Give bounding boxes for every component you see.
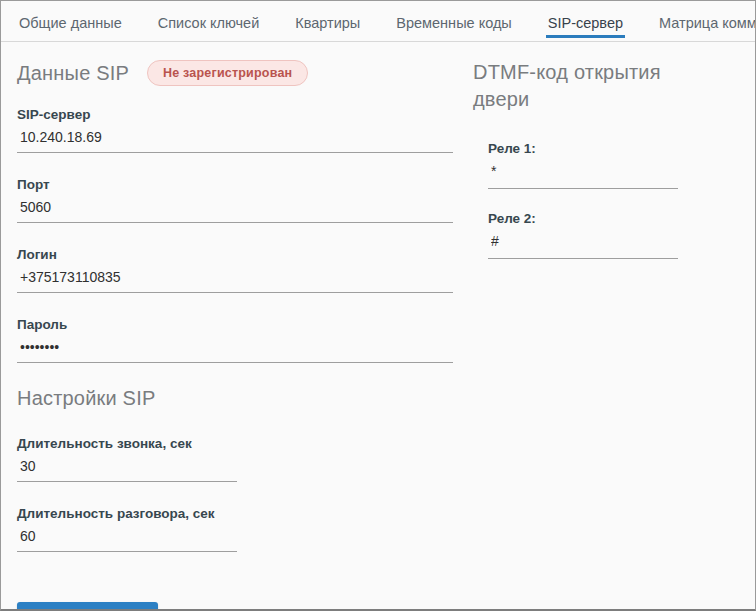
tab-sip-server[interactable]: SIP-сервер [546,2,625,38]
login-input[interactable] [17,266,453,293]
login-label: Логин [17,247,453,262]
login-field: Логин [17,247,453,293]
relay2-field: Реле 2: [488,211,703,259]
talk-duration-input[interactable] [17,525,237,552]
relay1-label: Реле 1: [488,141,703,156]
sip-server-settings-page: Общие данные Список ключей Квартиры Врем… [0,0,756,611]
sip-server-label: SIP-сервер [17,107,453,122]
password-field: Пароль [17,317,453,363]
tab-apartments[interactable]: Квартиры [293,2,362,41]
left-column: Данные SIP Не зарегистрирован SIP-сервер… [17,42,453,611]
registration-status-badge: Не зарегистрирован [147,60,308,86]
right-column: DTMF-код открытия двери Реле 1: Реле 2: [473,42,703,611]
relay2-input[interactable] [488,230,678,259]
sip-server-field: SIP-сервер [17,107,453,153]
sip-settings-fields: Длительность звонка, сек Длительность ра… [17,436,453,552]
sip-data-heading: Данные SIP [17,62,129,85]
port-input[interactable] [17,196,453,223]
sip-server-input[interactable] [17,126,453,153]
dtmf-heading: DTMF-код открытия двери [473,59,678,113]
sip-settings-heading: Настройки SIP [17,387,453,410]
password-input[interactable] [17,336,453,363]
tab-bar: Общие данные Список ключей Квартиры Врем… [1,1,755,42]
port-field: Порт [17,177,453,223]
tab-temporary-codes[interactable]: Временные коды [394,2,514,41]
talk-duration-field: Длительность разговора, сек [17,506,453,552]
tab-switching-matrix[interactable]: Матрица коммутат [657,2,756,41]
ring-duration-field: Длительность звонка, сек [17,436,453,482]
talk-duration-label: Длительность разговора, сек [17,506,453,521]
relay1-input[interactable] [488,160,678,189]
ring-duration-input[interactable] [17,455,237,482]
sip-data-fields: SIP-сервер Порт Логин Пароль [17,107,453,363]
confirm-button[interactable]: ПОДТВЕРДИТЬ [17,602,158,611]
password-label: Пароль [17,317,453,332]
port-label: Порт [17,177,453,192]
relay2-label: Реле 2: [488,211,703,226]
content: Данные SIP Не зарегистрирован SIP-сервер… [1,42,755,611]
tab-key-list[interactable]: Список ключей [156,2,262,41]
tab-general-data[interactable]: Общие данные [17,2,124,41]
ring-duration-label: Длительность звонка, сек [17,436,453,451]
sip-data-section-header: Данные SIP Не зарегистрирован [17,59,453,87]
dtmf-fields: Реле 1: Реле 2: [473,141,703,259]
relay1-field: Реле 1: [488,141,703,189]
